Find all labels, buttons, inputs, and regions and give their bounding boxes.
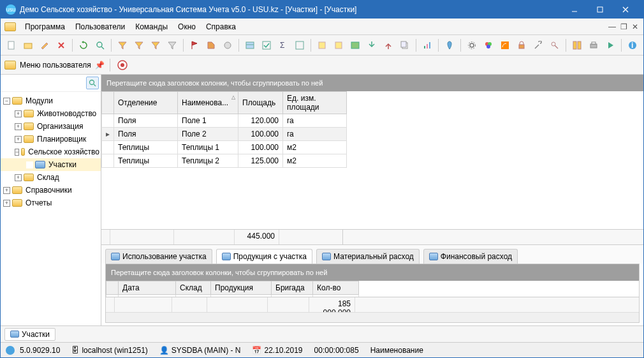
menu-help[interactable]: Справка — [201, 20, 241, 33]
info-icon[interactable]: i — [626, 38, 640, 52]
folder-icon — [4, 61, 16, 70]
tree-plots[interactable]: Участки — [1, 158, 101, 171]
location-icon[interactable] — [443, 38, 457, 52]
col-area[interactable]: Площадь — [238, 92, 283, 114]
group-icon[interactable] — [293, 38, 307, 52]
tag2-icon[interactable] — [221, 38, 235, 52]
col-dept[interactable]: Отделение — [114, 92, 178, 114]
tree-reports[interactable]: +Отчеты — [1, 197, 101, 209]
group-panel-2[interactable]: Перетащите сюда заголовок колонки, чтобы… — [106, 264, 639, 281]
col-brig[interactable]: Бригада — [272, 281, 313, 294]
nav-tree[interactable]: −Модули +Животноводство +Организация +Пл… — [1, 92, 101, 325]
edit-icon[interactable] — [38, 38, 52, 52]
svg-point-24 — [470, 43, 474, 47]
svg-rect-18 — [351, 42, 359, 48]
tree-agriculture[interactable]: −Сельское хозяйство — [1, 145, 101, 158]
app-icon: usu — [6, 4, 16, 15]
sum-icon[interactable]: Σ — [276, 38, 290, 52]
grid2-footer: 185 000.000 — [106, 297, 639, 312]
new-icon[interactable] — [4, 38, 18, 52]
table-row[interactable]: ▸ПоляПоле 2100.000га — [102, 128, 347, 141]
layout-icon[interactable] — [570, 38, 584, 52]
sidebar: −Модули +Животноводство +Организация +Пл… — [1, 75, 101, 325]
filter-clear-icon[interactable] — [165, 38, 179, 52]
tree-organization[interactable]: +Организация — [1, 120, 101, 133]
svg-point-8 — [97, 42, 102, 47]
pin-icon[interactable]: 📌 — [95, 61, 105, 70]
products-grid[interactable]: Дата Склад Продукция Бригада Кол-во ▸01.… — [106, 281, 359, 297]
refresh-icon[interactable] — [77, 38, 91, 52]
tab-products[interactable]: Продукция с участка — [216, 249, 312, 264]
color-icon[interactable] — [481, 38, 495, 52]
delete-icon[interactable] — [54, 38, 68, 52]
svg-point-10 — [224, 42, 231, 48]
play-icon[interactable] — [603, 38, 617, 52]
stop-icon[interactable] — [115, 58, 129, 72]
col-prod[interactable]: Продукция — [211, 281, 272, 294]
user-menu-label[interactable]: Меню пользователя — [20, 61, 91, 70]
import-icon[interactable] — [365, 38, 379, 52]
check-icon[interactable] — [260, 38, 274, 52]
col-date[interactable]: Дата — [119, 281, 176, 294]
flag-icon[interactable] — [187, 38, 201, 52]
filter3-icon[interactable] — [149, 38, 163, 52]
tree-planner[interactable]: +Планировщик — [1, 133, 101, 145]
group-panel-1[interactable]: Перетащите сюда заголовок колонки, чтобы… — [101, 75, 643, 91]
menu-program[interactable]: Программа — [20, 20, 70, 33]
tab-materials[interactable]: Материальный расход — [316, 249, 420, 264]
plots-grid[interactable]: Отделение Наименова...△ Площадь Ед. изм.… — [101, 91, 347, 168]
tree-refs[interactable]: +Справочники — [1, 184, 101, 197]
detail-tabs: Использование участка Продукция с участк… — [101, 244, 643, 264]
table-row[interactable]: ТеплицыТеплицы 1100.000м2 — [102, 141, 347, 154]
tool-icon[interactable] — [531, 38, 545, 52]
menu-window[interactable]: Окно — [173, 20, 201, 33]
copy-icon[interactable] — [398, 38, 412, 52]
search-icon[interactable] — [93, 38, 107, 52]
col-name[interactable]: Наименова...△ — [178, 92, 238, 114]
svg-rect-29 — [501, 41, 509, 49]
filter2-icon[interactable] — [132, 38, 146, 52]
window-tab-plots[interactable]: Участки — [4, 328, 55, 341]
mdi-minimize-icon[interactable]: — — [608, 22, 617, 31]
menu-users[interactable]: Пользователи — [70, 20, 130, 33]
excel-icon[interactable] — [348, 38, 362, 52]
svg-rect-23 — [429, 42, 430, 48]
tag-icon[interactable] — [204, 38, 218, 52]
col-qty[interactable]: Кол-во — [313, 281, 359, 294]
chart-icon[interactable] — [420, 38, 434, 52]
minimize-button[interactable] — [562, 1, 587, 19]
lock-icon[interactable] — [515, 38, 529, 52]
tree-modules[interactable]: −Модули — [1, 94, 101, 107]
tree-livestock[interactable]: +Животноводство — [1, 107, 101, 120]
svg-rect-1 — [597, 7, 603, 12]
note-icon[interactable] — [315, 38, 329, 52]
file-icon[interactable] — [4, 22, 16, 31]
col-unit[interactable]: Ед. изм. площади — [283, 92, 347, 114]
open-icon[interactable] — [21, 38, 35, 52]
export-icon[interactable] — [381, 38, 395, 52]
tree-search-button[interactable] — [86, 77, 99, 89]
user-icon: 👤 — [159, 346, 169, 355]
col-wh[interactable]: Склад — [176, 281, 211, 294]
table-row[interactable]: ТеплицыТеплицы 2125.000м2 — [102, 154, 347, 168]
rss-icon[interactable] — [498, 38, 512, 52]
svg-point-28 — [487, 45, 490, 48]
mdi-restore-icon[interactable]: ❐ — [619, 22, 628, 31]
database-icon: 🗄 — [71, 346, 79, 355]
tab-finance[interactable]: Финансовый расход — [423, 249, 518, 264]
filter-icon[interactable] — [115, 38, 129, 52]
maximize-button[interactable] — [587, 1, 613, 19]
table-icon[interactable] — [243, 38, 257, 52]
menu-commands[interactable]: Команды — [130, 20, 173, 33]
status-version: 5.0.9029.10 — [20, 346, 60, 355]
horizontal-scrollbar[interactable] — [106, 312, 639, 322]
tab-usage[interactable]: Использование участка — [105, 249, 212, 264]
note2-icon[interactable] — [332, 38, 346, 52]
close-button[interactable] — [613, 1, 638, 19]
gear-icon[interactable] — [465, 38, 479, 52]
table-row[interactable]: ПоляПоле 1120.000га — [102, 114, 347, 128]
key-icon[interactable] — [548, 38, 562, 52]
tree-warehouse[interactable]: +Склад — [1, 171, 101, 184]
print-icon[interactable] — [587, 38, 601, 52]
mdi-close-icon[interactable]: ✕ — [631, 22, 640, 31]
